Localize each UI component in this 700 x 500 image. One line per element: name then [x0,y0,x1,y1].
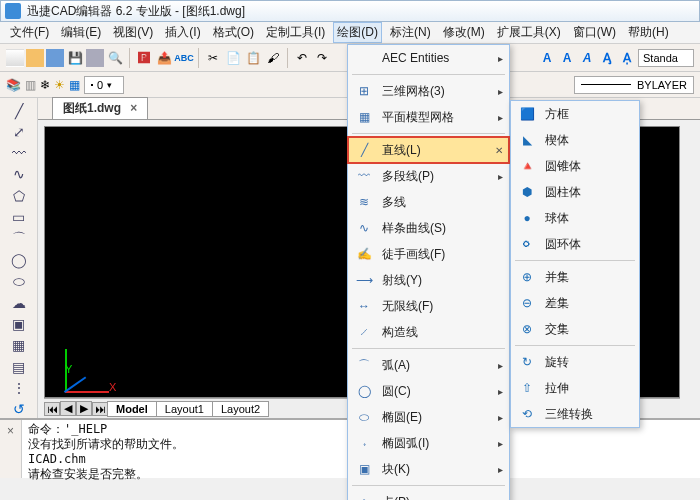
tab-nav-last-icon[interactable]: ⏭ [92,402,108,416]
revcloud-tool-icon[interactable]: ☁ [10,294,28,311]
style-combo[interactable]: Standa [638,49,694,67]
text-a4-icon[interactable]: Ạ [618,49,636,67]
menu-item-mesh3d[interactable]: ⊞三维网格(3)▸ [348,78,509,104]
menu-item-pmesh[interactable]: ▦平面模型网格▸ [348,104,509,130]
text-a2-icon[interactable]: A [558,49,576,67]
saveall-icon[interactable]: 💾 [66,49,84,67]
separator [352,348,505,349]
spline-tool-icon[interactable]: ∿ [10,166,28,183]
point-tool-icon[interactable]: ⋮ [10,379,28,396]
cut-icon[interactable]: ✂ [204,49,222,67]
ellipse-icon: ⬭ [354,407,374,427]
menu-window[interactable]: 窗口(W) [569,22,620,43]
submenu-item-cone[interactable]: 🔺圆锥体 [511,153,639,179]
tab-nav-prev-icon[interactable]: ◀ [60,401,76,416]
matchprop-icon[interactable]: 🖌 [264,49,282,67]
save-icon[interactable] [46,49,64,67]
redo-icon[interactable]: ↷ [313,49,331,67]
menu-item-pline[interactable]: 〰多段线(P)▸ [348,163,509,189]
menu-format[interactable]: 格式(O) [209,22,258,43]
menu-insert[interactable]: 插入(I) [161,22,204,43]
menu-item-line[interactable]: ╱直线(L)✕ [348,137,509,163]
xline-tool-icon[interactable]: ⤢ [10,123,28,140]
submenu-item-cyl[interactable]: ⬢圆柱体 [511,179,639,205]
tab-nav-first-icon[interactable]: ⏮ [44,402,60,416]
menu-item-point[interactable]: •点(P)▸ [348,489,509,500]
layer-props-icon[interactable]: ▥ [25,78,36,92]
print-icon[interactable] [86,49,104,67]
layer-combo[interactable]: 0 ▾ [84,76,124,94]
spellcheck-icon[interactable]: ABC [175,49,193,67]
tab-layout2[interactable]: Layout2 [212,401,269,417]
menu-item-spline[interactable]: ∿样条曲线(S) [348,215,509,241]
menu-item-label: 块(K) [382,461,483,478]
solid3d-submenu-popup: 🟦方框◣楔体🔺圆锥体⬢圆柱体●球体⭘圆环体⊕并集⊖差集⊗交集↻旋转⇧拉伸⟲三维转… [510,100,640,428]
layer-color-icon[interactable]: ▦ [69,78,80,92]
pline-tool-icon[interactable]: 〰 [10,145,28,162]
menu-item-mline[interactable]: ≋多线 [348,189,509,215]
menu-item-aec[interactable]: AEC Entities▸ [348,45,509,71]
menu-item-ellipse[interactable]: ⬭椭圆(E)▸ [348,404,509,430]
text-a-icon[interactable]: A [538,49,556,67]
doc-tab[interactable]: 图纸1.dwg × [52,97,148,119]
layer-prev-icon[interactable]: ☀ [54,78,65,92]
undo-icon[interactable]: ↶ [293,49,311,67]
hatch-tool-icon[interactable]: ▦ [10,337,28,354]
menu-tools[interactable]: 定制工具(I) [262,22,329,43]
menu-help[interactable]: 帮助(H) [624,22,673,43]
menu-item-xline[interactable]: ↔无限线(F) [348,293,509,319]
region-tool-icon[interactable]: ▤ [10,358,28,375]
layer-states-icon[interactable]: ❄ [40,78,50,92]
arc-tool-icon[interactable]: ⌒ [10,230,28,248]
submenu-item-convert3d[interactable]: ⟲三维转换 [511,401,639,427]
menu-view[interactable]: 视图(V) [109,22,157,43]
submenu-item-extrude[interactable]: ⇧拉伸 [511,375,639,401]
linetype-combo[interactable]: BYLAYER [574,76,694,94]
submenu-item-sphere[interactable]: ●球体 [511,205,639,231]
layer-manager-icon[interactable]: 📚 [6,78,21,92]
polygon-tool-icon[interactable]: ⬠ [10,187,28,204]
menu-item-block[interactable]: ▣块(K)▸ [348,456,509,482]
text-a3-icon[interactable]: A̧ [598,49,616,67]
open-icon[interactable] [26,49,44,67]
insert-tool-icon[interactable]: ▣ [10,316,28,333]
menu-item-circle[interactable]: ◯圆(C)▸ [348,378,509,404]
copy-icon[interactable]: 📄 [224,49,242,67]
swap-tool-icon[interactable]: ↺ [10,401,28,418]
submenu-item-subtract[interactable]: ⊖差集 [511,290,639,316]
new-icon[interactable] [6,49,24,67]
menu-draw[interactable]: 绘图(D) [333,22,382,43]
menu-dimension[interactable]: 标注(N) [386,22,435,43]
pdf-icon[interactable]: 🅿 [135,49,153,67]
tab-nav-next-icon[interactable]: ▶ [76,401,92,416]
axis-y-label: Y [65,363,72,375]
tab-model[interactable]: Model [107,401,157,417]
menu-modify[interactable]: 修改(M) [439,22,489,43]
paste-icon[interactable]: 📋 [244,49,262,67]
menu-item-ellarc[interactable]: ⬫椭圆弧(I)▸ [348,430,509,456]
menu-item-conline[interactable]: ⟋构造线 [348,319,509,345]
submenu-item-union[interactable]: ⊕并集 [511,264,639,290]
menu-file[interactable]: 文件(F) [6,22,53,43]
pmesh-icon: ▦ [354,107,374,127]
submenu-item-intersect[interactable]: ⊗交集 [511,316,639,342]
ellipse-tool-icon[interactable]: ⬭ [10,273,28,290]
submenu-item-rotate3d[interactable]: ↻旋转 [511,349,639,375]
submenu-item-box[interactable]: 🟦方框 [511,101,639,127]
text-ai-icon[interactable]: A [578,49,596,67]
line-tool-icon[interactable]: ╱ [10,102,28,119]
command-close-icon[interactable]: × [0,420,22,478]
menu-express[interactable]: 扩展工具(X) [493,22,565,43]
preview-icon[interactable]: 🔍 [106,49,124,67]
menu-item-freehand[interactable]: ✍徒手画线(F) [348,241,509,267]
menu-edit[interactable]: 编辑(E) [57,22,105,43]
circle-tool-icon[interactable]: ◯ [10,252,28,269]
menu-item-ray[interactable]: ⟶射线(Y) [348,267,509,293]
close-icon[interactable]: × [130,101,137,115]
tab-layout1[interactable]: Layout1 [156,401,213,417]
menu-item-arc[interactable]: ⌒弧(A)▸ [348,352,509,378]
rectangle-tool-icon[interactable]: ▭ [10,208,28,225]
export-icon[interactable]: 📤 [155,49,173,67]
submenu-item-torus[interactable]: ⭘圆环体 [511,231,639,257]
submenu-item-wedge[interactable]: ◣楔体 [511,127,639,153]
